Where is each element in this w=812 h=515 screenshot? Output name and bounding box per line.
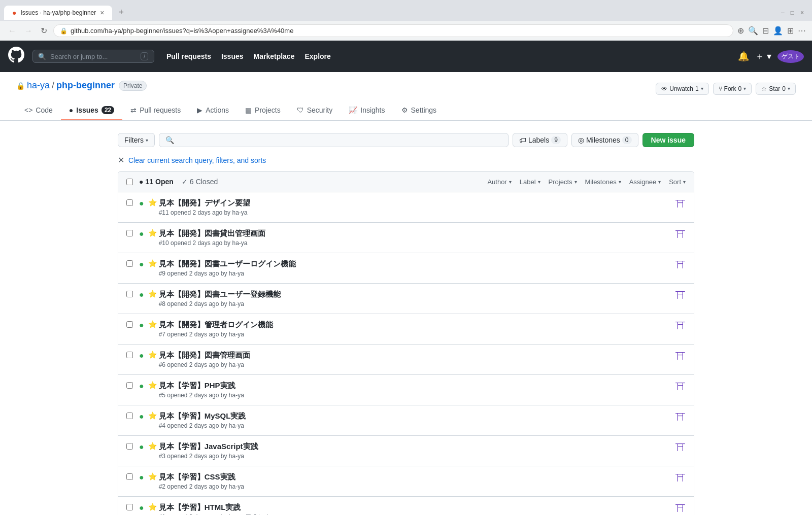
issue-title-3[interactable]: 見本【開発】図書ユーザーログイン機能 bbox=[159, 259, 675, 269]
select-all-checkbox[interactable] bbox=[126, 179, 133, 185]
milestones-filter-label: Milestones bbox=[585, 178, 617, 186]
code-icon: <> bbox=[24, 106, 32, 114]
tab-insights[interactable]: 📈 Insights bbox=[341, 101, 393, 120]
issue-assignee-2: ⛩ bbox=[675, 229, 686, 241]
reader-icon[interactable]: ⊟ bbox=[762, 26, 769, 36]
labels-button[interactable]: 🏷 Labels 9 bbox=[513, 133, 567, 147]
global-nav: Pull requests Issues Marketplace Explore bbox=[166, 52, 331, 60]
tab-code[interactable]: <> Code bbox=[16, 101, 61, 120]
issue-title-7[interactable]: 見本【学習】PHP実践 bbox=[159, 381, 675, 391]
nav-pull-requests[interactable]: Pull requests bbox=[166, 52, 211, 60]
issue-title-9[interactable]: 見本【学習】JavaScript実践 bbox=[159, 442, 675, 452]
fork-button[interactable]: ⑂ Fork 0 ▾ bbox=[713, 83, 752, 95]
assignee-caret-icon: ▾ bbox=[658, 179, 661, 185]
issues-toolbar: Filters ▾ 🔍 is:open assignee:@me 🏷 Label… bbox=[118, 133, 694, 147]
tab-code-label: Code bbox=[36, 106, 52, 114]
issue-title-5[interactable]: 見本【開発】管理者ログイン機能 bbox=[159, 320, 675, 330]
issue-checkbox-7[interactable] bbox=[126, 382, 133, 389]
repo-name-link[interactable]: php-beginner bbox=[56, 80, 115, 91]
search-icon: 🔍 bbox=[165, 136, 174, 144]
issue-checkbox-5[interactable] bbox=[126, 321, 133, 328]
label-caret-icon: ▾ bbox=[538, 179, 540, 185]
star-button[interactable]: ☆ Star 0 ▾ bbox=[756, 83, 796, 95]
nav-marketplace[interactable]: Marketplace bbox=[254, 52, 295, 60]
issue-checkbox-8[interactable] bbox=[126, 413, 133, 419]
issue-title-10[interactable]: 見本【学習】CSS実践 bbox=[159, 472, 675, 482]
issue-title-4[interactable]: 見本【開発】図書ユーザー登録機能 bbox=[159, 290, 675, 299]
issue-checkbox-6[interactable] bbox=[126, 352, 133, 358]
repo-owner-link[interactable]: ha-ya bbox=[27, 80, 50, 91]
reload-button[interactable]: ↻ bbox=[39, 24, 49, 38]
star-icon-9: ⭐ bbox=[148, 442, 157, 450]
issue-title-8[interactable]: 見本【学習】MySQL実践 bbox=[159, 411, 675, 421]
issue-title-1[interactable]: 見本【開発】デザイン要望 bbox=[159, 198, 675, 208]
tab-settings[interactable]: ⚙ Settings bbox=[393, 101, 445, 120]
issue-checkbox-9[interactable] bbox=[126, 443, 133, 450]
new-tab-button[interactable]: + bbox=[112, 4, 130, 21]
closed-issues-link[interactable]: ✓ 6 Closed bbox=[182, 178, 218, 186]
label-filter-button[interactable]: Label ▾ bbox=[520, 178, 540, 186]
browser-chrome: ● Issues · ha-ya/php-beginner × + – □ × … bbox=[0, 0, 812, 41]
author-filter-label: Author bbox=[487, 178, 506, 186]
browser-tab-active[interactable]: ● Issues · ha-ya/php-beginner × bbox=[4, 6, 112, 20]
tab-close-button[interactable]: × bbox=[100, 9, 104, 17]
issues-search-box[interactable]: 🔍 is:open assignee:@me bbox=[159, 133, 509, 147]
table-row: ● ⭐ 見本【開発】デザイン要望 #11 opened 2 days ago b… bbox=[118, 192, 694, 223]
zoom-icon[interactable]: 🔍 bbox=[748, 26, 758, 36]
open-issue-icon: ● bbox=[139, 199, 144, 208]
milestones-filter-button[interactable]: Milestones ▾ bbox=[585, 178, 621, 186]
back-button[interactable]: ← bbox=[6, 24, 18, 38]
issue-checkbox-3[interactable] bbox=[126, 260, 133, 267]
global-search-input[interactable] bbox=[50, 53, 137, 60]
search-icon: 🔍 bbox=[38, 53, 46, 60]
issue-title-11[interactable]: 見本【学習】HTML実践 bbox=[159, 503, 675, 512]
issue-checkbox-10[interactable] bbox=[126, 473, 133, 480]
profile-icon[interactable]: 👤 bbox=[773, 26, 783, 36]
user-avatar[interactable]: ゲスト bbox=[777, 50, 804, 63]
projects-filter-button[interactable]: Projects ▾ bbox=[549, 178, 577, 186]
tab-projects[interactable]: ▦ Projects bbox=[237, 101, 289, 120]
tab-actions[interactable]: ▶ Actions bbox=[189, 101, 237, 120]
author-filter-button[interactable]: Author ▾ bbox=[487, 178, 511, 186]
issue-checkbox-11[interactable] bbox=[126, 504, 133, 510]
issue-checkbox-1[interactable] bbox=[126, 199, 133, 206]
clear-filter-link[interactable]: Clear current search query, filters, and… bbox=[128, 156, 266, 164]
filter-button[interactable]: Filters ▾ bbox=[118, 133, 155, 147]
issues-search-input[interactable]: is:open assignee:@me bbox=[178, 136, 502, 144]
global-search[interactable]: 🔍 / bbox=[32, 50, 154, 63]
settings-icon[interactable]: ⋯ bbox=[798, 26, 806, 36]
star-icon-4: ⭐ bbox=[148, 290, 157, 298]
assignee-filter-button[interactable]: Assignee ▾ bbox=[629, 178, 661, 186]
issue-checkbox-4[interactable] bbox=[126, 291, 133, 297]
tab-pull-requests[interactable]: ⇄ Pull requests bbox=[122, 101, 189, 120]
table-row: ● ⭐ 見本【開発】図書管理画面 #6 opened 2 days ago by… bbox=[118, 345, 694, 375]
labels-label: Labels bbox=[528, 136, 549, 144]
forward-button[interactable]: → bbox=[22, 24, 35, 38]
github-logo[interactable] bbox=[8, 47, 24, 66]
sort-button[interactable]: Sort ▾ bbox=[669, 178, 686, 186]
open-issues-link[interactable]: ● 11 Open bbox=[139, 178, 174, 186]
nav-issues[interactable]: Issues bbox=[221, 52, 244, 60]
notifications-bell-icon[interactable]: 🔔 bbox=[738, 51, 749, 62]
clear-filter-icon[interactable]: ✕ bbox=[118, 155, 124, 165]
milestones-button[interactable]: ◎ Milestones 0 bbox=[571, 133, 638, 147]
url-text: github.com/ha-ya/php-beginner/issues?q=i… bbox=[71, 27, 293, 35]
issue-title-6[interactable]: 見本【開発】図書管理画面 bbox=[159, 351, 675, 360]
translate-icon[interactable]: ⊕ bbox=[737, 26, 744, 36]
tab-issues[interactable]: ● Issues 22 bbox=[61, 101, 122, 120]
search-shortcut-kbd: / bbox=[141, 52, 148, 60]
new-issue-button[interactable]: New issue bbox=[642, 133, 694, 147]
nav-explore[interactable]: Explore bbox=[304, 52, 330, 60]
unwatch-count: 1 bbox=[695, 85, 699, 92]
unwatch-button[interactable]: 👁 Unwatch 1 ▾ bbox=[656, 83, 708, 95]
breadcrumb-separator: / bbox=[52, 80, 54, 91]
address-bar[interactable]: 🔒 github.com/ha-ya/php-beginner/issues?q… bbox=[53, 24, 733, 37]
issue-title-2[interactable]: 見本【開発】図書貸出管理画面 bbox=[159, 229, 675, 238]
create-new-icon[interactable]: ＋ ▾ bbox=[755, 50, 771, 62]
issue-assignee-5: ⛩ bbox=[675, 320, 686, 332]
tab-security[interactable]: 🛡 Security bbox=[289, 101, 341, 120]
extension-icon[interactable]: ⊞ bbox=[787, 26, 794, 36]
closed-label: Closed bbox=[196, 178, 218, 186]
table-row: ● ⭐ 見本【開発】図書ユーザーログイン機能 #9 opened 2 days … bbox=[118, 253, 694, 284]
issue-checkbox-2[interactable] bbox=[126, 230, 133, 236]
